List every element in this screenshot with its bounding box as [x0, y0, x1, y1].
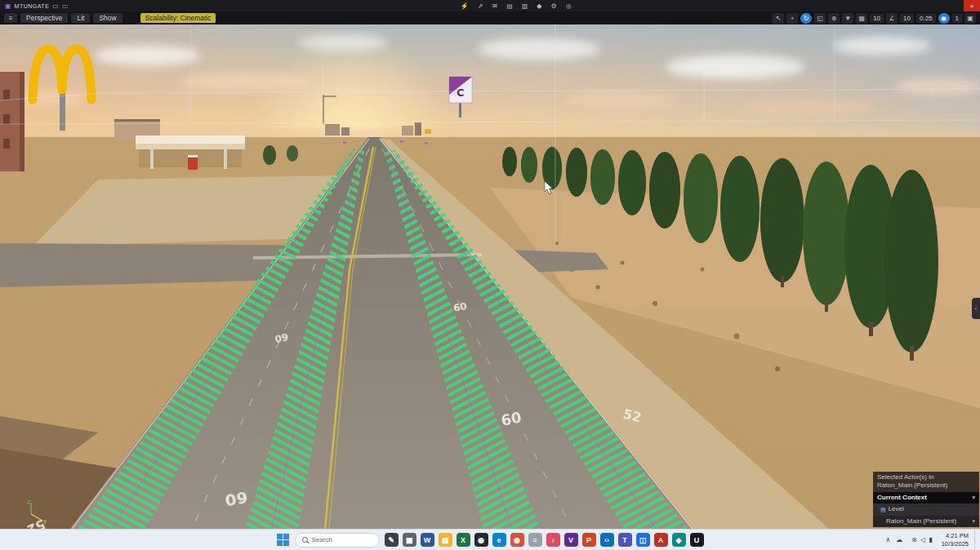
show-label: Show — [99, 14, 116, 22]
show-button[interactable]: Show — [93, 13, 122, 23]
search-placeholder: Search — [312, 536, 332, 543]
lit-button[interactable]: Lit — [71, 13, 90, 23]
left-building — [0, 72, 24, 171]
title-bar-left: ▣ MTUNGATE ▭ ▭ — [0, 2, 68, 10]
panel-expand-handle[interactable]: ‹ — [972, 298, 980, 319]
onedrive-icon[interactable]: ☁ — [896, 536, 902, 543]
date: 10/3/2025 — [942, 540, 969, 548]
search-input[interactable]: Search — [295, 533, 380, 548]
tray-chevron-icon[interactable]: ∧ — [886, 536, 891, 543]
taskbar-center: Search ✎ ▦ W ▤ X ◉ e ◍ ≡ ♪ V P ‹› T ◫ A … — [277, 533, 704, 548]
level-value-row[interactable]: Raton_Main (Persistent) ▾ — [873, 516, 979, 527]
paint-icon[interactable]: ◆ — [672, 533, 686, 547]
close-button[interactable]: × — [964, 0, 980, 11]
title-bar-tools: ⚡ ⇗ ✉ ▤ ▥ ◆ ⚙ ◎ — [68, 2, 964, 10]
level-label: Level — [889, 505, 904, 513]
move-tool-icon[interactable]: + — [786, 13, 798, 24]
notes-icon[interactable]: ≡ — [528, 533, 542, 547]
window-title: MTUNGATE — [15, 3, 50, 9]
rotation-snap-value[interactable]: 10 — [900, 14, 914, 23]
file-explorer-icon[interactable]: ▤ — [439, 533, 452, 547]
level-value: Raton_Main (Persistent) — [886, 517, 956, 526]
select-tool-icon[interactable]: ↖ — [773, 13, 784, 24]
selected-actor-info: Selected Actor(s) in Raton_Main (Persist… — [873, 472, 979, 492]
selected-actor-line1: Selected Actor(s) in — [877, 473, 975, 481]
viewport-toolbar: ≡ Perspective Lit Show Scalability: Cine… — [0, 11, 980, 24]
task-view-icon[interactable]: ▦ — [403, 533, 416, 547]
teams-icon[interactable]: T — [618, 533, 632, 547]
chrome-icon[interactable]: ◍ — [510, 533, 524, 547]
windows-taskbar: Search ✎ ▦ W ▤ X ◉ e ◍ ≡ ♪ V P ‹› T ◫ A … — [0, 529, 980, 550]
clock[interactable]: 4:21 PM 10/3/2025 — [942, 532, 969, 548]
printer-icon[interactable]: ▥ — [522, 2, 528, 10]
volume-icon: ◁ — [920, 536, 925, 543]
surface-snap-icon[interactable]: ▼ — [842, 13, 853, 24]
flash-icon[interactable]: ⚡ — [461, 2, 469, 10]
scalability-button[interactable]: Scalability: Cinematic — [140, 13, 216, 23]
context-panel: Selected Actor(s) in Raton_Main (Persist… — [873, 472, 979, 527]
chat-icon[interactable]: ◆ — [537, 2, 541, 10]
acrobat-icon[interactable]: A — [654, 533, 668, 547]
battery-icon: ▮ — [929, 536, 932, 543]
camera-speed-icon[interactable]: ◉ — [938, 13, 950, 24]
axis-z-label: Z — [27, 499, 31, 506]
rotate-tool-icon[interactable]: ↻ — [800, 13, 812, 24]
camera-speed-value[interactable]: 1 — [952, 14, 962, 23]
vscode-icon[interactable]: ‹› — [600, 533, 614, 547]
mail-icon[interactable]: ✉ — [492, 2, 498, 10]
app-logo-icon: ▣ — [5, 2, 11, 10]
unreal-icon[interactable]: U — [690, 533, 704, 547]
chart-icon[interactable]: ⇗ — [478, 2, 483, 10]
search-icon — [302, 537, 308, 543]
world-space-icon[interactable]: ⊕ — [828, 13, 840, 24]
edge-icon[interactable]: e — [492, 533, 506, 547]
scale-snap-value[interactable]: 0.25 — [916, 14, 936, 23]
perspective-label: Perspective — [26, 14, 62, 22]
taskbar-apps: ✎ ▦ W ▤ X ◉ e ◍ ≡ ♪ V P ‹› T ◫ A ◆ U — [385, 533, 704, 547]
window-title-bar: ▣ MTUNGATE ▭ ▭ ⚡ ⇗ ✉ ▤ ▥ ◆ ⚙ ◎ × — [0, 0, 980, 11]
lit-label: Lit — [77, 14, 84, 22]
pdf-icon[interactable]: P — [582, 533, 596, 547]
displays-icon[interactable]: ▭ — [62, 2, 69, 10]
word-icon[interactable]: W — [421, 533, 434, 547]
road-label: 60 — [452, 300, 468, 314]
viewport-menu-button[interactable]: ≡ — [4, 13, 17, 23]
scale-tool-icon[interactable]: ◱ — [814, 13, 826, 24]
desktop-screen: ▣ MTUNGATE ▭ ▭ ⚡ ⇗ ✉ ▤ ▥ ◆ ⚙ ◎ × ≡ Persp… — [0, 0, 980, 550]
music-icon[interactable]: ♪ — [546, 533, 560, 547]
system-tray: ∧ ☁ ≋ ◁ ▮ 4:21 PM 10/3/2025 — [886, 530, 978, 550]
chevron-down-icon: ▾ — [972, 517, 975, 525]
viewport-3d[interactable]: 60 60 52 60 60 52 — [0, 24, 980, 529]
rotation-snap-icon[interactable]: ∠ — [886, 13, 898, 24]
scene-canvas: 60 60 52 60 60 52 — [0, 24, 980, 529]
visual-studio-icon[interactable]: V — [564, 533, 578, 547]
perspective-button[interactable]: Perspective — [20, 13, 68, 23]
current-context-label: Current Context — [877, 494, 927, 502]
time: 4:21 PM — [942, 532, 969, 539]
grid-snap-icon[interactable]: ▦ — [856, 13, 867, 24]
folder-icon[interactable]: ▤ — [506, 2, 513, 10]
axis-y-label: Y — [42, 519, 47, 526]
wifi-icon: ≋ — [911, 536, 917, 543]
level-row[interactable]: ▤ Level — [873, 503, 979, 515]
chevron-down-icon: ▾ — [972, 494, 975, 501]
github-icon[interactable]: ◉ — [474, 533, 488, 547]
road-label: 60 — [224, 487, 250, 510]
selected-actor-line2: Raton_Main (Persistent) — [877, 481, 975, 490]
photos-icon[interactable]: ◫ — [636, 533, 650, 547]
start-button[interactable] — [277, 534, 290, 547]
current-context-header[interactable]: Current Context ▾ — [873, 492, 979, 503]
power-icon[interactable]: ◎ — [566, 2, 572, 10]
grid-snap-value[interactable]: 10 — [870, 14, 884, 23]
viewport-toolbar-right: ↖ + ↻ ◱ ⊕ ▼ ▦ 10 ∠ 10 0.25 ◉ 1 ▣ — [773, 13, 976, 24]
excel-icon[interactable]: X — [457, 533, 470, 547]
billboard-letter: C — [457, 86, 465, 99]
pen-app-icon[interactable]: ✎ — [385, 533, 399, 547]
display-icon[interactable]: ▭ — [52, 2, 59, 10]
level-icon: ▤ — [880, 506, 886, 513]
settings-icon[interactable]: ⚙ — [550, 2, 556, 10]
show-desktop-button[interactable] — [974, 530, 977, 550]
maximize-viewport-icon[interactable]: ▣ — [964, 13, 976, 24]
quick-settings[interactable]: ≋ ◁ ▮ — [908, 534, 935, 545]
